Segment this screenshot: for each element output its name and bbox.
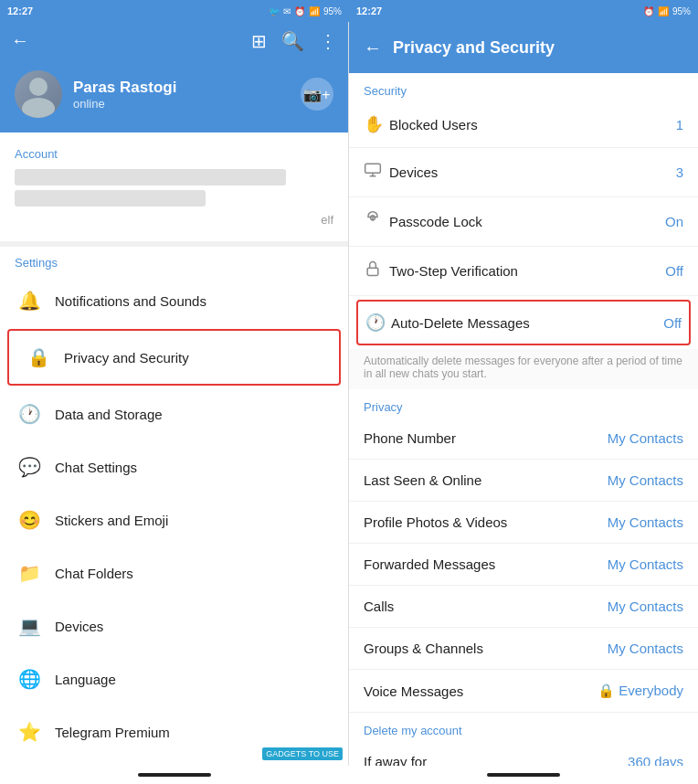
left-header-icons: ⊞ 🔍 ⋮ xyxy=(251,30,337,52)
right-header: ← Privacy and Security xyxy=(349,22,698,73)
settings-section-label: Settings xyxy=(15,256,58,270)
right-bottom-bar xyxy=(349,766,698,784)
menu-item-chat[interactable]: 💬 Chat Settings xyxy=(0,440,348,493)
lock-icon-inline: 🔒 xyxy=(598,683,615,698)
msg-icon: ✉ xyxy=(283,6,291,16)
devices-value: 3 xyxy=(676,164,683,180)
menu-item-folders[interactable]: 📁 Chat Folders xyxy=(0,546,348,599)
twitter-icon: 🐦 xyxy=(269,6,280,16)
passcode-item[interactable]: Passcode Lock On xyxy=(349,197,698,247)
blocked-users-item[interactable]: ✋ Blocked Users 1 xyxy=(349,101,698,148)
notifications-icon: 🔔 xyxy=(15,286,44,315)
svg-rect-2 xyxy=(365,164,381,173)
menu-item-privacy[interactable]: 🔒 Privacy and Security xyxy=(7,329,341,386)
two-step-icon xyxy=(364,260,389,282)
menu-item-devices[interactable]: 💻 Devices xyxy=(0,599,348,652)
data-label: Data and Storage xyxy=(55,407,163,422)
folders-label: Chat Folders xyxy=(55,566,133,581)
folders-icon: 📁 xyxy=(15,558,44,588)
right-status-bar: 12:27 ⏰ 📶 95% xyxy=(349,0,698,22)
qr-icon[interactable]: ⊞ xyxy=(251,30,267,52)
chat-icon: 💬 xyxy=(15,452,44,482)
two-step-value: Off xyxy=(665,263,683,279)
premium-label: Telegram Premium xyxy=(55,725,170,740)
right-time: 12:27 xyxy=(356,5,382,16)
profile-section: Paras Rastogi online 📷+ xyxy=(0,59,348,132)
last-seen-value: My Contacts xyxy=(608,472,683,488)
voice-value-text: Everybody xyxy=(619,683,683,698)
passcode-label: Passcode Lock xyxy=(389,214,665,229)
privacy-section-label: Privacy xyxy=(349,389,698,418)
devices-label: Devices xyxy=(55,619,103,634)
menu-item-language[interactable]: 🌐 Language xyxy=(0,652,348,705)
two-step-item[interactable]: Two-Step Verification Off xyxy=(349,247,698,296)
alarm-icon: ⏰ xyxy=(294,6,305,16)
calls-value: My Contacts xyxy=(608,599,683,614)
security-section-label: Security xyxy=(349,73,698,101)
avatar[interactable] xyxy=(15,70,62,118)
profile-status: online xyxy=(73,97,290,111)
camera-button[interactable]: 📷+ xyxy=(301,78,333,111)
away-for-item[interactable]: If away for 360 days xyxy=(349,741,698,766)
left-back-button[interactable]: ← xyxy=(11,30,29,51)
menu-item-notifications[interactable]: 🔔 Notifications and Sounds xyxy=(0,274,348,327)
devices-right-icon xyxy=(364,161,389,184)
profile-name: Paras Rastogi xyxy=(73,79,290,97)
more-icon[interactable]: ⋮ xyxy=(319,30,337,52)
calls-label: Calls xyxy=(364,599,608,614)
left-panel: ← ⊞ 🔍 ⋮ Paras Rastogi online xyxy=(0,22,349,766)
menu-item-data[interactable]: 🕐 Data and Storage xyxy=(0,387,348,440)
stickers-label: Stickers and Emoji xyxy=(55,513,168,528)
svg-rect-4 xyxy=(367,268,378,275)
right-panel: ← Privacy and Security Security ✋ Blocke… xyxy=(349,22,698,766)
phone-number-item[interactable]: Phone Number My Contacts xyxy=(349,418,698,460)
right-back-button[interactable]: ← xyxy=(364,37,382,58)
groups-value: My Contacts xyxy=(608,641,683,656)
auto-delete-value: Off xyxy=(663,315,682,331)
forwarded-value: My Contacts xyxy=(608,556,683,572)
phone-number-label: Phone Number xyxy=(364,430,608,446)
battery-left: 95% xyxy=(323,6,342,16)
home-indicator-right xyxy=(487,773,560,777)
voice-messages-item[interactable]: Voice Messages 🔒 Everybody xyxy=(349,670,698,713)
chat-label: Chat Settings xyxy=(55,460,137,475)
profile-photos-item[interactable]: Profile Photos & Videos My Contacts xyxy=(349,502,698,544)
phone-number-value: My Contacts xyxy=(608,430,683,446)
blocked-icon: ✋ xyxy=(364,114,389,134)
away-for-value: 360 days xyxy=(628,754,683,766)
search-icon[interactable]: 🔍 xyxy=(281,30,304,52)
settings-section: Settings 🔔 Notifications and Sounds 🔒 Pr… xyxy=(0,247,348,766)
groups-item[interactable]: Groups & Channels My Contacts xyxy=(349,628,698,670)
delete-account-label: Delete my account xyxy=(349,713,698,741)
signal-icon: 📶 xyxy=(309,6,320,16)
voice-messages-label: Voice Messages xyxy=(364,683,598,699)
devices-label-r: Devices xyxy=(389,164,676,180)
blocked-value: 1 xyxy=(676,117,683,132)
data-icon: 🕐 xyxy=(15,399,44,429)
devices-item[interactable]: Devices 3 xyxy=(349,148,698,197)
menu-item-stickers[interactable]: 😊 Stickers and Emoji xyxy=(0,493,348,546)
language-label: Language xyxy=(55,672,116,687)
forwarded-item[interactable]: Forwarded Messages My Contacts xyxy=(349,544,698,586)
blurred-phone xyxy=(15,169,286,185)
privacy-icon: 🔒 xyxy=(24,343,53,372)
passcode-value: On xyxy=(665,214,683,229)
left-bottom-bar xyxy=(0,766,349,784)
away-for-label: If away for xyxy=(364,754,628,766)
last-seen-item[interactable]: Last Seen & Online My Contacts xyxy=(349,460,698,502)
calls-item[interactable]: Calls My Contacts xyxy=(349,586,698,628)
account-label: Account xyxy=(15,140,333,164)
blocked-label: Blocked Users xyxy=(389,117,676,132)
profile-photos-label: Profile Photos & Videos xyxy=(364,514,608,530)
account-section: Account elf xyxy=(0,132,348,241)
stickers-icon: 😊 xyxy=(15,505,44,535)
profile-photos-value: My Contacts xyxy=(608,514,683,530)
right-header-title: Privacy and Security xyxy=(393,38,555,58)
self-label: elf xyxy=(15,211,333,234)
auto-delete-container[interactable]: 🕐 Auto-Delete Messages Off xyxy=(356,300,691,345)
home-indicator-left xyxy=(138,773,211,777)
svg-point-1 xyxy=(22,98,55,118)
left-status-bar: 12:27 🐦 ✉ ⏰ 📶 95% xyxy=(0,0,349,22)
left-header: ← ⊞ 🔍 ⋮ xyxy=(0,22,348,59)
watermark-left: GADGETS TO USE xyxy=(262,747,343,760)
